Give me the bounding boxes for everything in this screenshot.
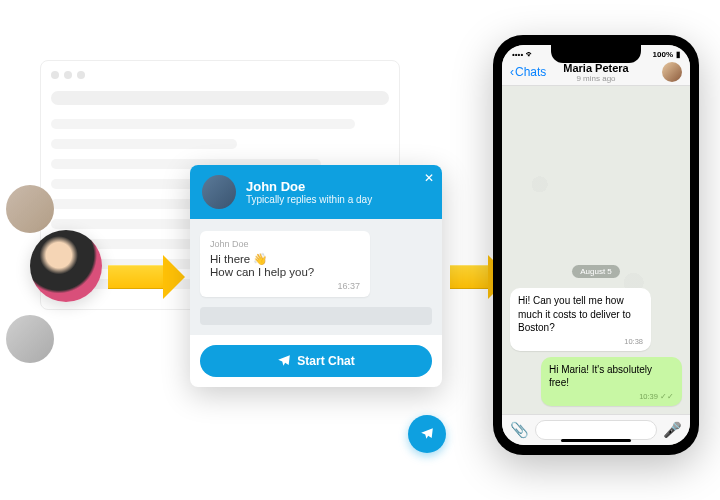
- flow-arrow-icon: [108, 255, 185, 299]
- conversation[interactable]: August 5 Hi! Can you tell me how much it…: [502, 86, 690, 414]
- battery-icon: ▮: [676, 50, 680, 59]
- phone-notch: [551, 45, 641, 63]
- wifi-icon: ᯤ: [526, 50, 534, 59]
- chat-subtitle: 9 mins ago: [563, 74, 628, 83]
- agent-message: John Doe Hi there 👋 How can I help you? …: [200, 231, 370, 297]
- message-input[interactable]: [535, 420, 657, 440]
- close-icon[interactable]: ✕: [424, 171, 434, 185]
- message-text: Hi! Can you tell me how much it costs to…: [518, 294, 643, 335]
- widget-header: John Doe Typically replies within a day …: [190, 165, 442, 219]
- outgoing-message: Hi Maria! It's absolutely free! 10:39 ✓✓: [541, 357, 682, 406]
- reply-time: Typically replies within a day: [246, 194, 372, 205]
- mic-icon[interactable]: 🎤: [663, 421, 682, 439]
- widget-body: John Doe Hi there 👋 How can I help you? …: [190, 219, 442, 335]
- date-pill: August 5: [572, 265, 620, 278]
- message-time: 10:38: [518, 337, 643, 347]
- telegram-plane-icon: [277, 354, 291, 368]
- agent-avatar: [202, 175, 236, 209]
- message-time: 10:39 ✓✓: [549, 392, 674, 402]
- chat-widget: John Doe Typically replies within a day …: [190, 165, 442, 387]
- signal-icon: ••••: [512, 50, 523, 59]
- attach-icon[interactable]: 📎: [510, 421, 529, 439]
- back-button[interactable]: ‹ Chats: [510, 65, 546, 79]
- chevron-left-icon: ‹: [510, 65, 514, 79]
- back-label: Chats: [515, 65, 546, 79]
- message-line: How can I help you?: [210, 266, 360, 278]
- message-line: Hi there 👋: [210, 252, 360, 266]
- telegram-fab[interactable]: [408, 415, 446, 453]
- home-indicator: [561, 439, 631, 442]
- agent-name: John Doe: [246, 179, 372, 194]
- nav-bar: ‹ Chats Maria Petera 9 mins ago: [502, 61, 690, 86]
- phone-mockup: •••• ᯤ 100% ▮ ‹ Chats Maria Petera 9 min…: [493, 35, 699, 455]
- message-from: John Doe: [210, 239, 360, 249]
- chat-title: Maria Petera: [563, 62, 628, 74]
- telegram-plane-icon: [420, 427, 434, 441]
- avatar: [6, 185, 54, 233]
- avatar-highlighted: [30, 230, 102, 302]
- battery-percent: 100%: [653, 50, 673, 59]
- start-chat-button[interactable]: Start Chat: [200, 345, 432, 377]
- message-time: 16:37: [210, 281, 360, 291]
- input-placeholder-bar: [200, 307, 432, 325]
- start-chat-label: Start Chat: [297, 354, 354, 368]
- avatar: [6, 315, 54, 363]
- message-text: Hi Maria! It's absolutely free!: [549, 363, 674, 390]
- contact-avatar[interactable]: [662, 62, 682, 82]
- incoming-message: Hi! Can you tell me how much it costs to…: [510, 288, 651, 351]
